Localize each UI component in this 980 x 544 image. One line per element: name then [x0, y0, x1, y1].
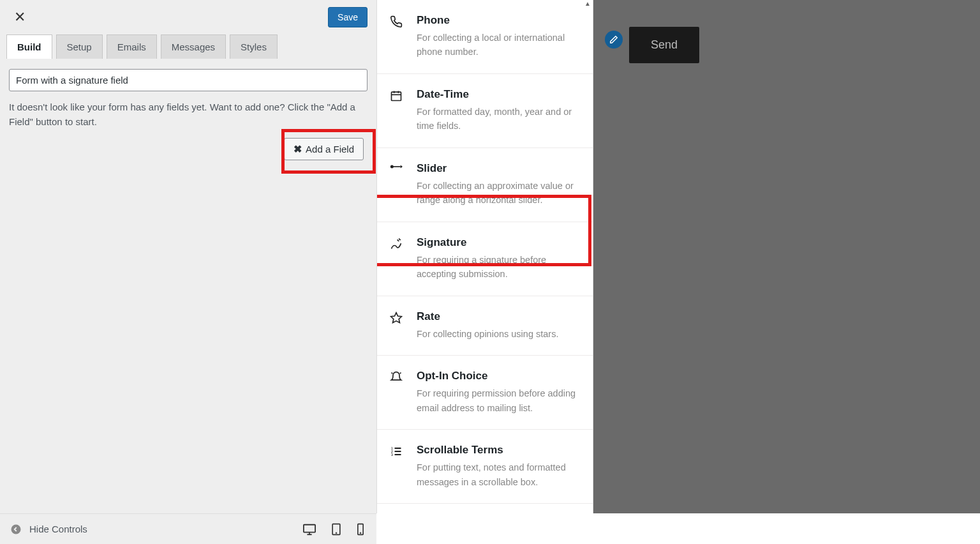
hide-controls-button[interactable]: Hide Controls	[9, 522, 87, 536]
field-option-signature[interactable]: Signature For requiring a signature befo…	[377, 222, 593, 296]
field-option-slider[interactable]: Slider For collecting an approximate val…	[377, 148, 593, 222]
field-option-datetime[interactable]: Date-Time For formatted day, month, year…	[377, 74, 593, 148]
tab-setup[interactable]: Setup	[56, 34, 103, 59]
svg-point-23	[360, 533, 361, 533]
phone-icon	[389, 14, 404, 59]
field-option-desc: For requiring a signature before accepti…	[417, 253, 580, 282]
field-option-title: Date-Time	[417, 88, 580, 101]
field-option-title: Opt-In Choice	[417, 370, 580, 382]
field-option-title: Phone	[417, 14, 580, 27]
svg-rect-5	[393, 166, 401, 167]
field-option-terms[interactable]: 123 Scrollable Terms For putting text, n…	[377, 430, 593, 504]
save-button[interactable]: Save	[328, 7, 368, 27]
field-option-phone[interactable]: Phone For collecting a local or internat…	[377, 0, 593, 74]
svg-marker-7	[391, 312, 402, 322]
field-type-dropdown[interactable]: ▲ Phone For collecting a local or intern…	[376, 0, 593, 513]
calendar-icon	[389, 88, 404, 133]
edit-shortcut-button[interactable]	[605, 31, 623, 49]
field-option-desc: For putting text, notes and formatted me…	[417, 460, 580, 489]
tab-build[interactable]: Build	[6, 34, 52, 59]
field-option-desc: For collecting an approximate value or r…	[417, 179, 580, 208]
svg-point-16	[11, 524, 21, 534]
tab-messages[interactable]: Messages	[161, 34, 226, 59]
field-option-title: Rate	[417, 310, 580, 323]
chevron-left-circle-icon	[9, 522, 23, 536]
signature-icon	[389, 236, 404, 282]
add-field-button[interactable]: ✖ Add a Field	[284, 138, 364, 160]
panel-body: It doesn't look like your form has any f…	[0, 59, 376, 513]
field-option-optin[interactable]: Opt-In Choice For requiring permission b…	[377, 356, 593, 430]
field-option-desc: For formatted day, month, year and or ti…	[417, 105, 580, 133]
field-option-desc: For collecting a local or international …	[417, 31, 580, 59]
star-icon	[389, 310, 404, 341]
empty-helper-text: It doesn't look like your form has any f…	[9, 100, 368, 129]
form-title-input[interactable]	[9, 69, 368, 91]
device-desktop-icon[interactable]	[302, 523, 316, 536]
svg-marker-6	[401, 165, 403, 168]
field-option-payment[interactable]: Payment For processing payments using yo…	[377, 504, 593, 513]
svg-rect-17	[304, 524, 315, 532]
preview-panel: Send	[593, 0, 980, 513]
plus-close-icon: ✖	[293, 144, 302, 155]
hide-controls-label: Hide Controls	[29, 524, 87, 534]
list-icon: 123	[389, 444, 404, 489]
device-tablet-icon[interactable]	[330, 523, 342, 536]
field-option-rate[interactable]: Rate For collecting opinions using stars…	[377, 296, 593, 356]
svg-rect-0	[392, 92, 401, 100]
add-field-label: Add a Field	[306, 144, 354, 155]
field-option-title: Slider	[417, 162, 580, 175]
field-option-title: Scrollable Terms	[417, 444, 580, 457]
slider-icon	[389, 162, 404, 208]
device-mobile-icon[interactable]	[356, 523, 365, 536]
tabs: Build Setup Emails Messages Styles	[0, 34, 376, 59]
svg-text:3: 3	[391, 453, 393, 457]
footer-bar: Hide Controls	[0, 513, 376, 544]
send-button-preview: Send	[629, 27, 699, 63]
bell-icon	[389, 370, 404, 415]
field-option-desc: For collecting opinions using stars.	[417, 327, 580, 341]
tab-emails[interactable]: Emails	[107, 34, 157, 59]
close-icon[interactable]: ✕	[9, 6, 31, 28]
svg-point-21	[336, 533, 337, 533]
field-option-title: Signature	[417, 236, 580, 249]
scroll-up-arrow-icon[interactable]: ▲	[584, 0, 591, 7]
top-bar: ✕ Save	[0, 0, 376, 34]
field-option-desc: For requiring permission before adding e…	[417, 386, 580, 415]
builder-panel: ✕ Save Build Setup Emails Messages Style…	[0, 0, 376, 513]
tab-styles[interactable]: Styles	[230, 34, 278, 59]
device-switcher	[302, 523, 368, 536]
